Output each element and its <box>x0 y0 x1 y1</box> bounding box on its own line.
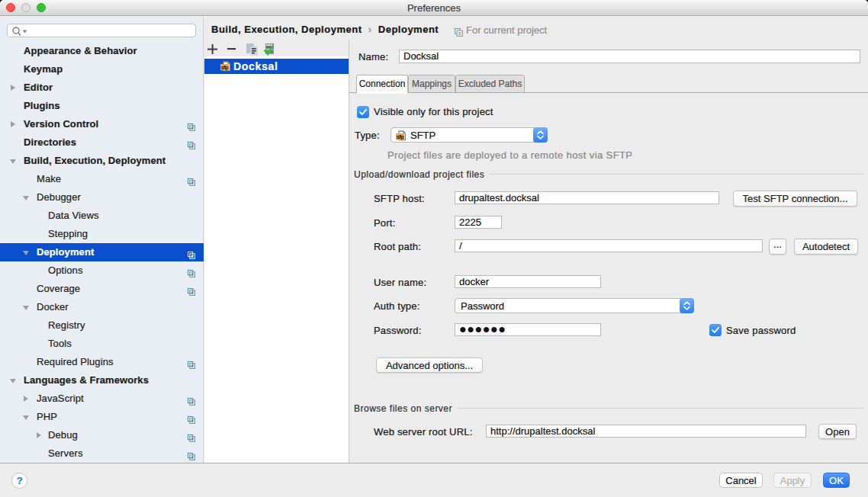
svg-text:sftp: sftp <box>221 65 229 71</box>
svg-text:sftp: sftp <box>397 133 404 139</box>
